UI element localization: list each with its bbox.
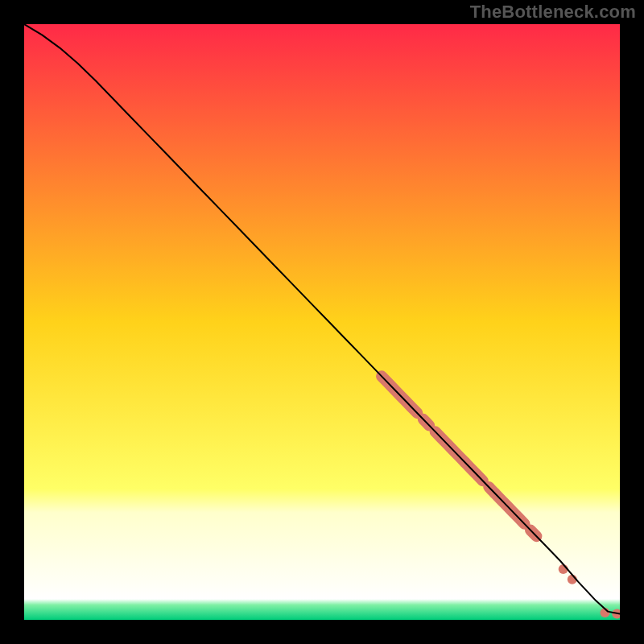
chart-stage: TheBottleneck.com <box>0 0 644 644</box>
plot-svg <box>24 24 620 620</box>
plot-frame <box>24 24 620 620</box>
watermark-text: TheBottleneck.com <box>470 2 636 23</box>
